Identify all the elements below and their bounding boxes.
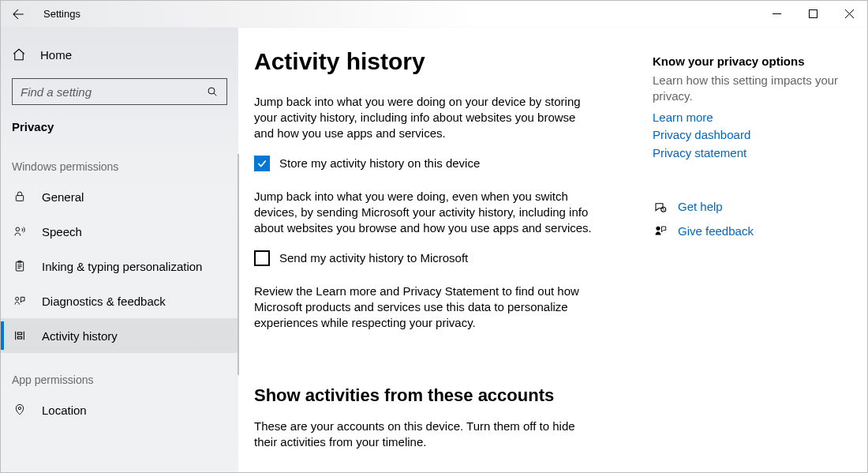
window-title: Settings (36, 8, 80, 20)
speech-icon (12, 225, 28, 238)
aside-privacy-text: Learn how this setting impacts your priv… (653, 73, 847, 104)
timeline-icon (12, 329, 28, 342)
checkbox-icon (254, 250, 270, 266)
sidebar-item-label: General (42, 190, 84, 204)
sidebar-home[interactable]: Home (1, 37, 238, 72)
minimize-icon (773, 9, 781, 18)
link-give-feedback[interactable]: Give feedback (678, 223, 754, 241)
maximize-icon (809, 9, 817, 18)
help-icon: ? (653, 201, 673, 215)
search-icon (206, 85, 219, 98)
feedback-icon (12, 295, 28, 307)
sidebar-item-label: Inking & typing personalization (42, 260, 202, 273)
checkbox-label: Send my activity history to Microsoft (279, 251, 468, 265)
svg-rect-6 (16, 196, 23, 201)
sidebar-section-title: Privacy (1, 113, 238, 140)
link-privacy-dashboard[interactable]: Privacy dashboard (653, 126, 847, 145)
link-get-help[interactable]: Get help (678, 198, 723, 216)
link-privacy-statement[interactable]: Privacy statement (653, 145, 847, 163)
back-button[interactable] (1, 1, 36, 27)
checkbox-send-activity[interactable]: Send my activity history to Microsoft (254, 250, 653, 266)
clipboard-icon (12, 259, 28, 273)
sidebar-item-label: Activity history (42, 329, 118, 343)
home-icon (12, 47, 26, 62)
location-icon (12, 403, 28, 417)
sidebar-item-inking-typing[interactable]: Inking & typing personalization (1, 249, 238, 283)
checkbox-icon (254, 156, 270, 171)
svg-point-13 (16, 297, 19, 300)
accounts-description: These are your accounts on this device. … (254, 419, 593, 450)
svg-line-5 (214, 93, 216, 96)
minimize-button[interactable] (758, 1, 795, 27)
checkbox-store-activity[interactable]: Store my activity history on this device (254, 156, 653, 171)
sidebar-home-label: Home (40, 48, 72, 62)
svg-rect-1 (809, 10, 817, 18)
close-icon (845, 9, 854, 18)
checkbox-label: Store my activity history on this device (279, 156, 480, 170)
sidebar-group-app-permissions: App permissions (1, 353, 238, 392)
sidebar-item-diagnostics-feedback[interactable]: Diagnostics & feedback (1, 283, 238, 318)
sidebar-item-label: Location (42, 404, 87, 417)
sidebar-item-location[interactable]: Location (1, 392, 238, 427)
link-learn-more[interactable]: Learn more (653, 109, 847, 127)
arrow-left-icon (11, 7, 25, 21)
svg-point-21 (657, 227, 660, 231)
activity-history-description-1: Jump back into what you were doing on yo… (254, 94, 593, 141)
svg-point-18 (18, 407, 21, 409)
svg-rect-17 (17, 336, 21, 339)
feedback-icon (653, 224, 673, 238)
aside-privacy-heading: Know your privacy options (653, 54, 847, 68)
lock-icon (12, 190, 28, 203)
page-title: Activity history (254, 48, 653, 75)
activity-history-description-2: Jump back into what you were doing, even… (254, 189, 593, 236)
sidebar-item-label: Diagnostics & feedback (42, 295, 166, 308)
sidebar-item-speech[interactable]: Speech (1, 214, 238, 249)
svg-point-4 (208, 88, 215, 94)
close-button[interactable] (831, 1, 867, 27)
accounts-subheading: Show activities from these accounts (254, 385, 653, 406)
sidebar-item-activity-history[interactable]: Activity history (1, 318, 238, 353)
activity-history-description-3: Review the Learn more and Privacy Statem… (254, 283, 593, 331)
sidebar-item-label: Speech (42, 225, 82, 238)
sidebar-item-general[interactable]: General (1, 179, 238, 214)
sidebar: Home Privacy Windows permissions General (1, 28, 238, 472)
search-input[interactable] (21, 85, 206, 99)
sidebar-group-windows-permissions: Windows permissions (1, 140, 238, 179)
maximize-button[interactable] (795, 1, 831, 27)
search-input-wrapper[interactable] (12, 78, 227, 105)
titlebar: Settings (1, 1, 867, 28)
svg-point-7 (16, 227, 20, 231)
svg-rect-16 (17, 332, 21, 335)
